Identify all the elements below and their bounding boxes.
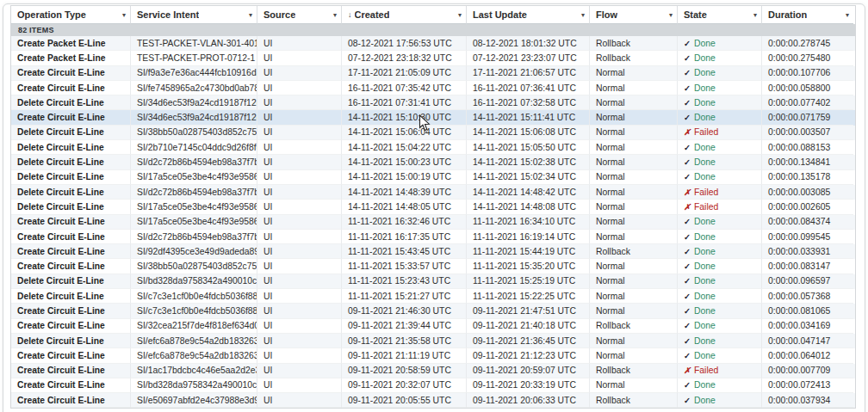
created-cell: 11-11-2021 16:17:35 UTC <box>342 230 467 244</box>
column-header-flow[interactable]: Flow ▾ <box>590 6 678 24</box>
service-intent-cell: SI/efc6a878e9c54a2db183263306ecbbfe <box>131 348 257 363</box>
flow-cell: Normal <box>590 274 678 289</box>
column-header-duration[interactable]: Duration ▾ <box>762 6 853 24</box>
flow-cell: Rollback <box>590 244 678 259</box>
table-row[interactable]: Delete Circuit E-Line SI/bd328da9758342a… <box>11 274 855 289</box>
flow-cell: Normal <box>590 95 678 110</box>
filter-dropdown-icon[interactable]: ▾ <box>455 11 462 19</box>
operation-type-cell: Delete Circuit E-Line <box>11 334 131 348</box>
column-header-service-intent[interactable]: Service Intent ▾ <box>131 6 257 24</box>
state-label: Done <box>694 292 716 301</box>
source-cell: UI <box>257 230 342 244</box>
table-row[interactable]: Create Circuit E-Line SI/34d6ec53f9a24cd… <box>11 110 855 125</box>
duration-cell: 0:00:00.099545 <box>762 230 853 244</box>
table-row[interactable]: Create Circuit E-Line SI/32cea215f7de4f8… <box>11 319 855 334</box>
duration-cell: 0:00:00.034169 <box>762 319 853 334</box>
operations-table: Operation Type ▾ Service Intent ▾ Source… <box>10 5 856 409</box>
source-cell: UI <box>257 36 342 51</box>
table-row[interactable]: Create Circuit E-Line SI/efc6a878e9c54a2… <box>11 348 855 363</box>
duration-cell: 0:00:00.088153 <box>762 140 853 155</box>
created-cell: 09-11-2021 21:35:58 UTC <box>342 334 467 348</box>
table-row[interactable]: Create Circuit E-Line SI/bd328da9758342a… <box>11 378 855 393</box>
operation-type-cell: Delete Circuit E-Line <box>11 95 131 110</box>
table-row[interactable]: Delete Circuit E-Line SI/38bb50a02875403… <box>11 126 855 140</box>
table-row[interactable]: Delete Circuit E-Line SI/d2c72b86b4594eb… <box>11 155 855 169</box>
state-icon: ✓ <box>684 68 691 77</box>
column-header-source[interactable]: Source ▾ <box>257 6 342 24</box>
last-update-cell: 11-11-2021 15:22:25 UTC <box>467 289 590 304</box>
duration-cell: 0:00:00.275480 <box>762 51 853 65</box>
duration-cell: 0:00:00.096597 <box>762 274 853 289</box>
column-label: Service Intent <box>137 9 199 20</box>
state-icon: ✗ <box>684 127 691 137</box>
column-header-operation-type[interactable]: Operation Type ▾ <box>11 6 131 24</box>
state-cell: ✓ Done <box>678 378 762 393</box>
items-count-label: 82 ITEMS <box>18 26 54 34</box>
source-cell: UI <box>257 319 342 334</box>
service-intent-cell: SI/efc6a878e9c54a2db183263306ecbbfe <box>131 334 257 348</box>
operation-type-cell: Create Circuit E-Line <box>11 304 131 318</box>
table-row[interactable]: Create Circuit E-Line SI/92df4395ce3e49d… <box>11 244 855 259</box>
service-intent-cell: SI/1ac17bdcbc4c46e5aa2d2e3ea1559b33 <box>131 364 257 378</box>
created-cell: 14-11-2021 15:06:04 UTC <box>342 126 467 140</box>
table-row[interactable]: Create Circuit E-Line SI/f9a3e7e36ac444f… <box>11 66 855 81</box>
table-row[interactable]: Delete Circuit E-Line SI/17a5ce05e3be4c4… <box>11 170 855 185</box>
state-label: Done <box>694 306 716 316</box>
service-intent-cell: SI/32cea215f7de4f818ef634d06c532334 <box>131 319 257 334</box>
flow-cell: Normal <box>590 185 678 200</box>
service-intent-cell: TEST-PACKET-PROT-0712-1 <box>131 51 257 65</box>
table-row[interactable]: Delete Circuit E-Line SI/efc6a878e9c54a2… <box>11 334 855 348</box>
source-cell: UI <box>257 334 342 348</box>
table-row[interactable]: Create Circuit E-Line SI/fe7458965a2c473… <box>11 81 855 95</box>
filter-dropdown-icon[interactable]: ▾ <box>245 11 252 19</box>
table-row[interactable]: Delete Circuit E-Line SI/d2c72b86b4594eb… <box>11 185 855 200</box>
state-cell: ✓ Done <box>678 110 762 125</box>
last-update-cell: 09-11-2021 21:12:23 UTC <box>467 348 590 363</box>
duration-cell: 0:00:00.003085 <box>762 185 853 200</box>
operation-type-cell: Create Circuit E-Line <box>11 259 131 274</box>
duration-cell: 0:00:00.033931 <box>762 244 853 259</box>
column-header-created[interactable]: ↓ Created ▾ <box>342 6 467 24</box>
flow-cell: Rollback <box>590 51 678 65</box>
service-intent-cell: SI/fe7458965a2c4730bd0ab7837aa86f42 <box>131 81 257 95</box>
table-row[interactable]: Create Circuit E-Line SI/d2c72b86b4594eb… <box>11 230 855 244</box>
table-row[interactable]: Create Circuit E-Line SI/c7c3e1cf0b0e4fd… <box>11 304 855 318</box>
filter-dropdown-icon[interactable]: ▾ <box>842 11 849 19</box>
filter-dropdown-icon[interactable]: ▾ <box>119 11 126 19</box>
table-row[interactable]: Delete Circuit E-Line SI/2b710e7145c04dd… <box>11 140 855 155</box>
table-row[interactable]: Delete Circuit E-Line SI/34d6ec53f9a24cd… <box>11 95 855 110</box>
state-label: Done <box>694 380 716 390</box>
duration-cell: 0:00:00.072413 <box>762 378 853 393</box>
table-row[interactable]: Delete Circuit E-Line SI/17a5ce05e3be4c4… <box>11 200 855 214</box>
state-icon: ✓ <box>684 143 691 152</box>
state-icon: ✗ <box>684 366 691 375</box>
table-row[interactable]: Create Circuit E-Line SI/17a5ce05e3be4c4… <box>11 215 855 230</box>
source-cell: UI <box>257 244 342 259</box>
table-row[interactable]: Create Packet E-Line TEST-PACKET-VLAN-30… <box>11 36 855 51</box>
duration-cell: 0:00:00.278745 <box>762 36 853 51</box>
table-row[interactable]: Create Circuit E-Line SI/e50697abfd2e4c3… <box>11 393 855 408</box>
filter-dropdown-icon[interactable]: ▾ <box>750 11 757 19</box>
last-update-cell: 11-11-2021 15:35:20 UTC <box>467 259 590 274</box>
operation-type-cell: Create Circuit E-Line <box>11 244 131 259</box>
created-cell: 14-11-2021 15:10:30 UTC <box>342 110 467 125</box>
table-row[interactable]: Create Packet E-Line TEST-PACKET-PROT-07… <box>11 51 855 65</box>
service-intent-cell: SI/c7c3e1cf0b0e4fdcb5036f88b3138582 <box>131 304 257 318</box>
filter-dropdown-icon[interactable]: ▾ <box>578 11 585 19</box>
source-cell: UI <box>257 274 342 289</box>
operations-screen: Operation Type ▾ Service Intent ▾ Source… <box>0 0 868 412</box>
column-header-last-update[interactable]: Last Update ▾ <box>467 6 590 24</box>
service-intent-cell: SI/d2c72b86b4594eb98a37f7b690269f78 <box>131 230 257 244</box>
service-intent-cell: SI/17a5ce05e3be4c4f93e95860611ad980 <box>131 215 257 230</box>
filter-dropdown-icon[interactable]: ▾ <box>330 11 337 19</box>
column-header-state[interactable]: State ▾ <box>678 6 762 24</box>
created-cell: 14-11-2021 15:00:19 UTC <box>342 170 467 185</box>
state-cell: ✓ Done <box>678 319 762 334</box>
filter-dropdown-icon[interactable]: ▾ <box>666 11 673 19</box>
table-row[interactable]: Create Circuit E-Line SI/1ac17bdcbc4c46e… <box>11 364 855 378</box>
state-label: Done <box>694 98 716 108</box>
table-row[interactable]: Delete Circuit E-Line SI/c7c3e1cf0b0e4fd… <box>11 289 855 304</box>
table-row[interactable]: Create Circuit E-Line SI/38bb50a02875403… <box>11 259 855 274</box>
duration-cell: 0:00:00.083147 <box>762 259 853 274</box>
duration-cell: 0:00:00.071759 <box>762 110 853 125</box>
